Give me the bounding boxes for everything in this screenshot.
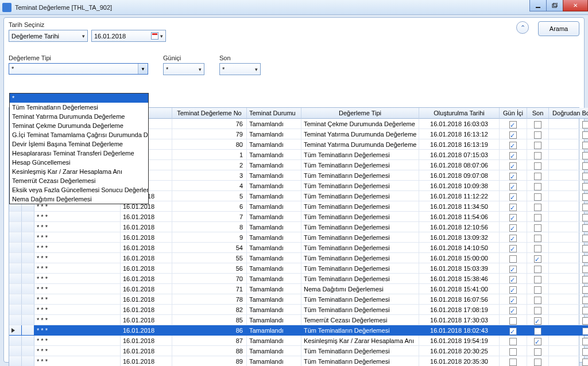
checkbox-son[interactable] [534,338,541,345]
checkbox-gunici[interactable] [509,152,517,159]
checkbox-son[interactable] [534,131,541,139]
grid-header-no[interactable]: Teminat Değerleme No [172,108,247,119]
checkbox-gunici[interactable] [509,328,517,335]
checkbox-borclandirma[interactable] [582,152,588,159]
son-filter-select[interactable]: * ▾ [219,63,261,75]
checkbox-borclandirma[interactable] [582,317,588,325]
dropdown-option[interactable]: G.İçi Teminat Tamamlama Çağrısı Durumund… [10,130,148,139]
checkbox-borclandirma[interactable] [582,121,588,129]
checkbox-son[interactable] [534,193,541,201]
collapse-toggle[interactable]: ⌃ [516,21,529,34]
checkbox-son[interactable] [534,162,541,170]
checkbox-borclandirma[interactable] [582,328,588,335]
checkbox-gunici[interactable] [509,224,517,232]
checkbox-borclandirma[interactable] [582,359,588,366]
checkbox-son[interactable] [534,328,541,335]
checkbox-gunici[interactable] [509,142,517,149]
checkbox-borclandirma[interactable] [582,173,588,180]
checkbox-gunici[interactable] [509,276,517,283]
checkbox-borclandirma[interactable] [582,266,588,273]
checkbox-gunici[interactable] [509,162,517,170]
checkbox-son[interactable] [534,121,541,129]
checkbox-son[interactable] [534,235,541,242]
dropdown-option[interactable]: Nema Dağıtımı Değerlemesi [10,194,148,204]
date-type-select[interactable]: Değerleme Tarihi ▾ [9,30,88,42]
checkbox-borclandirma[interactable] [582,307,588,314]
type-filter-select[interactable]: * ▼ [9,63,148,75]
table-row[interactable]: * * *16.01.201889TamamlandıTüm Teminatla… [9,356,579,366]
checkbox-son[interactable] [534,297,541,304]
table-row[interactable]: * * *16.01.201882TamamlandıTüm Teminatla… [9,305,579,315]
dropdown-option[interactable]: Tüm Teminatların Değerlemesi [10,103,148,112]
table-row[interactable]: * * *16.01.20187TamamlandıTüm Teminatlar… [9,212,579,222]
checkbox-gunici[interactable] [509,173,517,180]
checkbox-gunici[interactable] [509,131,517,139]
grid-header-type[interactable]: Değerleme Tipi [301,108,419,119]
checkbox-borclandirma[interactable] [582,193,588,201]
table-row[interactable]: * * *16.01.201886TamamlandıTüm Teminatla… [9,325,579,336]
close-button[interactable]: ✕ [563,0,588,11]
checkbox-borclandirma[interactable] [582,183,588,190]
checkbox-borclandirma[interactable] [582,142,588,149]
checkbox-son[interactable] [534,276,541,283]
dropdown-option[interactable]: Devir İşlemi Başına Teminat Değerleme [10,139,148,149]
table-row[interactable]: * * *16.01.20189TamamlandıTüm Teminatlar… [9,232,579,243]
checkbox-son[interactable] [534,152,541,159]
table-row[interactable]: * * *16.01.201854TamamlandıTüm Teminatla… [9,243,579,253]
table-row[interactable]: * * *16.01.201885TamamlandıTemerrüt Ceza… [9,315,579,325]
grid-header-son[interactable]: Son [527,108,549,119]
table-row[interactable]: * * *16.01.201856TamamlandıTüm Teminatla… [9,263,579,274]
checkbox-borclandirma[interactable] [582,255,588,263]
checkbox-borclandirma[interactable] [582,214,588,221]
checkbox-son[interactable] [534,183,541,190]
dropdown-option[interactable]: Hesap Güncellemesi [10,158,148,167]
table-row[interactable]: * * *16.01.20188TamamlandıTüm Teminatlar… [9,222,579,232]
dropdown-option[interactable]: Eksik veya Fazla Güncellemesi Sonucu Değ… [10,185,148,194]
dropdown-option[interactable]: Teminat Yatırma Durumunda Değerleme [10,112,148,121]
table-row[interactable]: * * *16.01.201878TamamlandıTüm Teminatla… [9,294,579,305]
gunici-filter-select[interactable]: * ▾ [163,63,204,75]
search-button[interactable]: Arama [538,21,579,36]
checkbox-son[interactable] [534,266,541,273]
checkbox-gunici[interactable] [509,214,517,221]
checkbox-gunici[interactable] [509,338,517,345]
checkbox-son[interactable] [534,214,541,221]
grid-header-created[interactable]: Oluşturulma Tarihi [419,108,500,119]
dropdown-option[interactable]: * [10,94,148,103]
table-row[interactable]: * * *16.01.201887TamamlandıKesinleşmiş K… [9,336,579,346]
checkbox-borclandirma[interactable] [582,286,588,294]
grid-header-borclandirma[interactable]: Doğrudan Borçlandırma [549,108,588,119]
checkbox-gunici[interactable] [509,266,517,273]
checkbox-gunici[interactable] [509,286,517,294]
restore-button[interactable] [546,0,563,11]
checkbox-son[interactable] [534,359,541,366]
checkbox-son[interactable] [534,142,541,149]
checkbox-son[interactable] [534,286,541,294]
checkbox-borclandirma[interactable] [582,276,588,283]
checkbox-gunici[interactable] [509,204,517,211]
checkbox-gunici[interactable] [509,307,517,314]
dropdown-option[interactable]: Temerrüt Cezası Değerlemesi [10,176,148,185]
dropdown-option[interactable]: Hesaplararası Teminat Transferi Değerlem… [10,149,148,158]
checkbox-son[interactable] [534,317,541,325]
grid-header-status[interactable]: Teminat Durumu [247,108,301,119]
table-row[interactable]: * * *16.01.201870TamamlandıTüm Teminatla… [9,274,579,284]
table-row[interactable]: * * *16.01.201855TamamlandıTüm Teminatla… [9,253,579,263]
dropdown-option[interactable]: Teminat Çekme Durumunda Değerleme [10,121,148,130]
checkbox-gunici[interactable] [509,297,517,304]
checkbox-gunici[interactable] [509,193,517,201]
table-row[interactable]: * * *16.01.201888TamamlandıTüm Teminatla… [9,346,579,356]
checkbox-gunici[interactable] [509,348,517,356]
checkbox-borclandirma[interactable] [582,338,588,345]
checkbox-gunici[interactable] [509,235,517,242]
checkbox-borclandirma[interactable] [582,162,588,170]
table-row[interactable]: * * *16.01.201871TamamlandıNema Dağıtımı… [9,284,579,294]
checkbox-son[interactable] [534,307,541,314]
checkbox-son[interactable] [534,224,541,232]
checkbox-borclandirma[interactable] [582,224,588,232]
checkbox-borclandirma[interactable] [582,235,588,242]
minimize-button[interactable] [529,0,547,11]
checkbox-gunici[interactable] [509,245,517,252]
checkbox-son[interactable] [534,255,541,263]
grid-header-gunici[interactable]: Gün İçi [500,108,527,119]
